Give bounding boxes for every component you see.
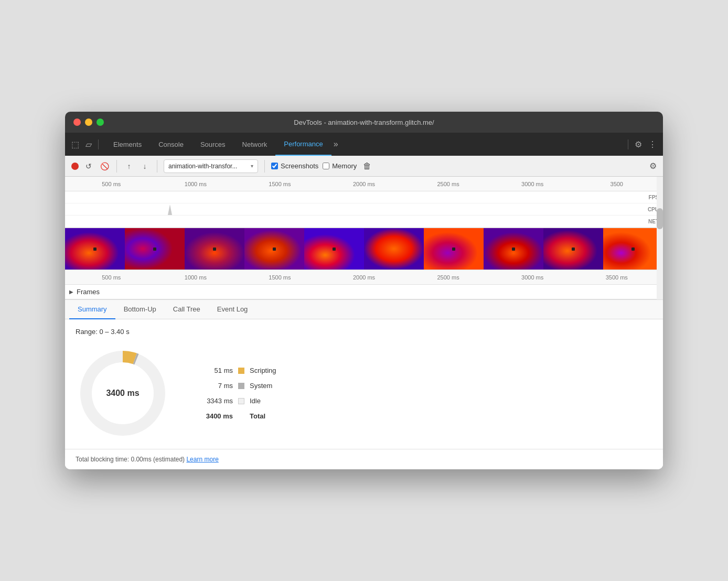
maximize-button[interactable] [97, 119, 104, 126]
summary-panel: Range: 0 – 3.40 s 3400 ms [65, 319, 663, 449]
memory-checkbox[interactable] [323, 163, 329, 169]
scripting-swatch [238, 368, 244, 374]
screenshot-dot-10 [631, 248, 635, 251]
time-label-2: 1500 ms [238, 181, 322, 187]
window-title: DevTools - animation-with-transform.glit… [73, 119, 655, 126]
time-label-5: 3000 ms [490, 181, 575, 187]
more-menu-icon[interactable]: ⋮ [648, 139, 657, 149]
screenshot-dot-3 [213, 248, 216, 251]
cpu-spike [159, 205, 180, 215]
download-button[interactable]: ↓ [139, 160, 151, 172]
footer: Total blocking time: 0.00ms (estimated) … [65, 449, 663, 469]
screenshot-dot-4 [273, 248, 276, 251]
fps-row: FPS [65, 191, 663, 203]
memory-checkbox-label[interactable]: Memory [323, 162, 357, 170]
screenshot-2[interactable] [125, 228, 185, 270]
footer-text: Total blocking time: 0.00ms (estimated) [76, 456, 185, 463]
screenshots-label: Screenshots [281, 162, 318, 170]
net-row: NET [65, 216, 663, 228]
screenshot-8[interactable] [484, 228, 543, 270]
system-ms: 7 ms [201, 382, 233, 390]
learn-more-link[interactable]: Learn more [186, 456, 218, 463]
devtools-window: DevTools - animation-with-transform.glit… [65, 112, 663, 469]
device-icon[interactable]: ▱ [85, 139, 92, 149]
svg-rect-5 [364, 228, 424, 270]
clear-button[interactable]: 🗑 [363, 162, 371, 171]
screenshot-dot-2 [153, 248, 156, 251]
tab-sources[interactable]: Sources [192, 133, 234, 156]
cpu-row: CPU [65, 203, 663, 216]
close-button[interactable] [73, 119, 81, 126]
fps-cpu-net-area: FPS CPU NET [65, 191, 663, 228]
screenshot-9[interactable] [543, 228, 603, 270]
upload-button[interactable]: ↑ [123, 160, 135, 172]
stop-button[interactable]: 🚫 [99, 160, 110, 172]
time-label-b2: 1500 ms [238, 274, 322, 281]
legend-scripting: 51 ms Scripting [201, 367, 276, 374]
frames-row[interactable]: ▶ Frames [65, 285, 663, 299]
url-dropdown-icon: ▾ [251, 163, 253, 169]
tab-network[interactable]: Network [234, 133, 276, 156]
capture-settings-icon[interactable]: ⚙ [649, 161, 657, 171]
toolbar-divider-1 [116, 160, 117, 173]
timeline-scrollbar[interactable] [657, 177, 663, 299]
nav-tabs: Elements Console Sources Network Perform… [105, 133, 622, 156]
screenshot-6[interactable] [364, 228, 424, 270]
devtools-nav: ⬚ ▱ Elements Console Sources Network Per… [65, 133, 663, 156]
timeline-container: 500 ms 1000 ms 1500 ms 2000 ms 2500 ms 3… [65, 177, 663, 300]
tab-summary[interactable]: Summary [69, 300, 115, 319]
tab-bottom-up[interactable]: Bottom-Up [115, 300, 165, 319]
tab-performance[interactable]: Performance [275, 133, 331, 156]
legend-system: 7 ms System [201, 382, 276, 390]
toolbar-divider-3 [264, 160, 265, 173]
time-label-b1: 1000 ms [154, 274, 238, 281]
donut-chart: 3400 ms [76, 346, 170, 440]
screenshot-5[interactable] [304, 228, 364, 270]
summary-legend: 51 ms Scripting 7 ms System 3343 ms Idle [201, 367, 276, 420]
tab-call-tree[interactable]: Call Tree [165, 300, 209, 319]
reload-button[interactable]: ↺ [83, 160, 94, 172]
toolbar-divider-2 [157, 160, 157, 173]
legend-idle: 3343 ms Idle [201, 397, 276, 405]
summary-area: 3400 ms 51 ms Scripting 7 ms System [76, 346, 652, 440]
legend-total: 3400 ms Total [201, 412, 276, 420]
timeline-scrollbar-thumb[interactable] [657, 208, 663, 229]
time-label-3: 2000 ms [322, 181, 406, 187]
bottom-panel: Summary Bottom-Up Call Tree Event Log Ra… [65, 300, 663, 469]
more-tabs-button[interactable]: » [334, 139, 338, 149]
record-button[interactable] [71, 163, 79, 170]
system-swatch [238, 383, 244, 389]
system-name: System [250, 382, 272, 390]
screenshot-1[interactable] [65, 228, 125, 270]
url-selector[interactable]: animation-with-transfor... ▾ [164, 159, 258, 173]
time-label-4: 2500 ms [406, 181, 490, 187]
tab-console[interactable]: Console [150, 133, 192, 156]
screenshots-checkbox-label[interactable]: Screenshots [271, 162, 318, 170]
screenshot-dot-7 [452, 248, 455, 251]
range-label: Range: 0 – 3.40 s [76, 328, 652, 336]
screenshot-3[interactable] [185, 228, 244, 270]
screenshot-10[interactable] [603, 228, 663, 270]
screenshot-7[interactable] [424, 228, 484, 270]
idle-ms: 3343 ms [201, 397, 233, 405]
tab-elements[interactable]: Elements [105, 133, 150, 156]
cursor-icon[interactable]: ⬚ [71, 139, 79, 149]
time-label-1: 1000 ms [154, 181, 238, 187]
tab-event-log[interactable]: Event Log [209, 300, 256, 319]
minimize-button[interactable] [85, 119, 92, 126]
nav-icons: ⬚ ▱ [71, 139, 99, 149]
time-ruler-bottom: 500 ms 1000 ms 1500 ms 2000 ms 2500 ms 3… [65, 270, 663, 285]
scripting-ms: 51 ms [201, 367, 233, 374]
screenshot-dot-5 [333, 248, 336, 251]
time-label-b5: 3000 ms [490, 274, 575, 281]
scripting-name: Scripting [250, 367, 276, 374]
screenshot-4[interactable] [244, 228, 304, 270]
settings-icon[interactable]: ⚙ [635, 139, 642, 149]
time-label-b6: 3500 ms [574, 274, 659, 281]
performance-toolbar: ↺ 🚫 ↑ ↓ animation-with-transfor... ▾ Scr… [65, 156, 663, 177]
title-bar: DevTools - animation-with-transform.glit… [65, 112, 663, 133]
screenshots-checkbox[interactable] [271, 163, 278, 169]
screenshots-strip[interactable] [65, 228, 663, 270]
frames-expand-icon[interactable]: ▶ [69, 289, 73, 295]
time-label-6: 3500 [574, 181, 659, 187]
